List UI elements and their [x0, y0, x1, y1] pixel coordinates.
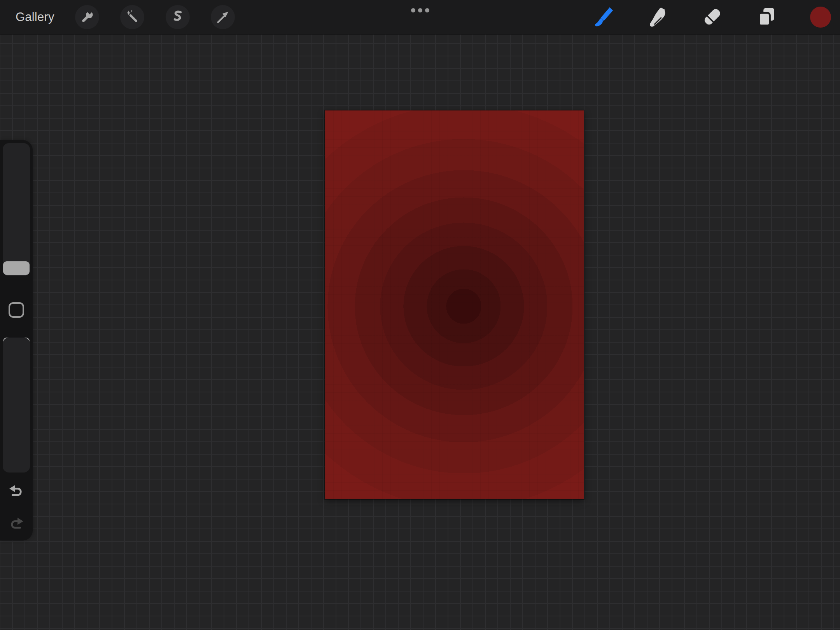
ellipsis-icon — [425, 8, 429, 12]
adjustments-button[interactable] — [120, 5, 144, 29]
procreate-workspace: Gallery — [0, 0, 840, 630]
brush-size-handle[interactable] — [3, 261, 30, 275]
brush-size-slider[interactable] — [3, 143, 30, 276]
top-toolbar: Gallery — [0, 0, 840, 35]
selection-s-icon — [170, 9, 186, 25]
undo-button[interactable] — [8, 483, 25, 498]
redo-arrow-icon — [8, 517, 24, 530]
canvas-options-button[interactable] — [404, 4, 436, 17]
color-swatch[interactable] — [810, 7, 831, 28]
paintbrush-icon — [592, 6, 615, 28]
ellipsis-icon — [411, 8, 415, 12]
gallery-button[interactable]: Gallery — [16, 0, 54, 34]
actions-button[interactable] — [75, 5, 99, 29]
sidebar-tool-panel — [0, 140, 33, 541]
transform-button[interactable] — [211, 5, 235, 29]
layers-button[interactable] — [755, 5, 778, 29]
undo-arrow-icon — [8, 484, 24, 497]
ellipsis-icon — [418, 8, 422, 12]
smudge-tool-button[interactable] — [646, 5, 670, 29]
artwork-canvas[interactable] — [325, 110, 584, 499]
smudge-finger-icon — [647, 6, 669, 28]
wrench-icon — [79, 9, 95, 25]
paint-tool-button[interactable] — [592, 5, 615, 29]
magic-wand-icon — [124, 9, 140, 25]
eraser-icon — [701, 6, 723, 28]
modify-button[interactable] — [9, 302, 24, 318]
erase-tool-button[interactable] — [700, 5, 724, 29]
opacity-slider[interactable] — [3, 338, 30, 472]
selection-button[interactable] — [166, 5, 190, 29]
pixel-grid-overlay — [325, 110, 584, 499]
redo-button[interactable] — [8, 516, 25, 531]
transform-arrow-icon — [215, 9, 231, 25]
layers-icon — [755, 6, 778, 28]
